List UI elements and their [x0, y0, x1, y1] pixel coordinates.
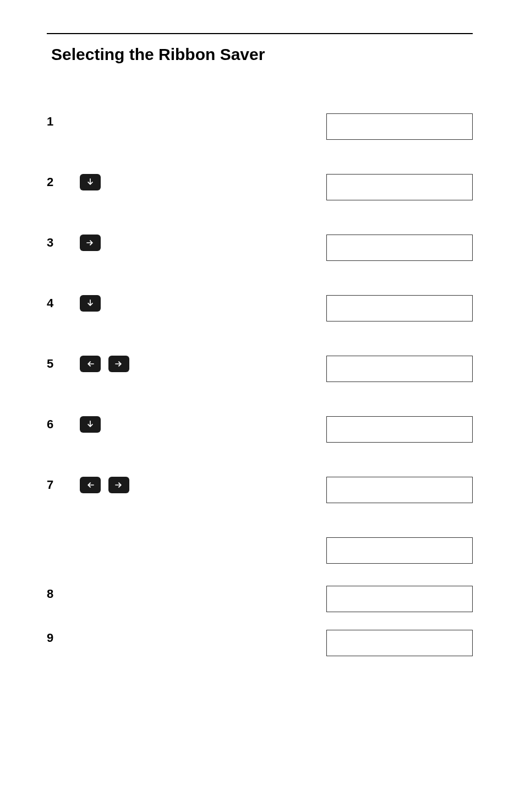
display-box — [326, 586, 473, 612]
step-row-8: 8 — [47, 586, 473, 613]
arrow-left-icon — [80, 356, 101, 372]
step-number: 5 — [47, 356, 80, 371]
steps-container: 123456789 — [47, 113, 473, 657]
arrow-left-icon — [80, 477, 101, 493]
display-box — [326, 537, 473, 564]
arrow-right-icon — [108, 356, 129, 372]
arrow-down-icon — [80, 295, 101, 312]
display-box — [326, 630, 473, 656]
arrow-down-icon — [80, 174, 101, 190]
step-buttons — [80, 235, 245, 251]
step-row-1: 1 — [47, 113, 473, 141]
display-box — [326, 113, 473, 140]
step-number — [47, 537, 80, 538]
top-divider — [47, 33, 473, 34]
step-row-7-extra — [47, 537, 473, 565]
step-number: 7 — [47, 477, 80, 492]
arrow-right-icon — [108, 477, 129, 493]
display-box — [326, 295, 473, 321]
display-box — [326, 416, 473, 443]
step-row-9: 9 — [47, 630, 473, 657]
step-number: 1 — [47, 113, 80, 129]
arrow-right-icon — [80, 235, 101, 251]
step-row-7: 7 — [47, 477, 473, 504]
step-number: 4 — [47, 295, 80, 310]
step-buttons — [80, 477, 245, 493]
arrow-down-icon — [80, 416, 101, 433]
step-row-4: 4 — [47, 295, 473, 323]
step-buttons — [80, 416, 245, 433]
step-buttons — [80, 295, 245, 312]
display-box — [326, 356, 473, 382]
step-number: 6 — [47, 416, 80, 432]
step-number: 9 — [47, 630, 80, 645]
step-row-5: 5 — [47, 356, 473, 383]
display-box — [326, 174, 473, 200]
step-number: 2 — [47, 174, 80, 189]
step-row-2: 2 — [47, 174, 473, 201]
step-row-3: 3 — [47, 235, 473, 262]
page-title: Selecting the Ribbon Saver — [47, 45, 473, 64]
step-buttons — [80, 174, 245, 190]
step-buttons — [80, 356, 245, 372]
display-box — [326, 477, 473, 503]
step-number: 8 — [47, 586, 80, 601]
step-row-6: 6 — [47, 416, 473, 444]
step-number: 3 — [47, 235, 80, 250]
display-box — [326, 235, 473, 261]
